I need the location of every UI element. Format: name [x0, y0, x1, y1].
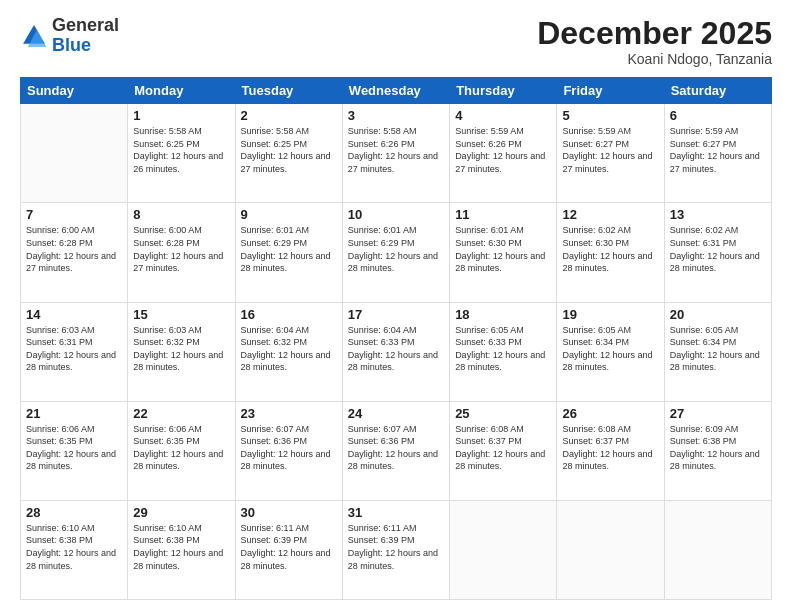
daylight-text: Daylight: 12 hours and 27 minutes.: [562, 151, 652, 174]
sunrise-text: Sunrise: 6:03 AM: [26, 325, 95, 335]
daylight-text: Daylight: 12 hours and 28 minutes.: [562, 350, 652, 373]
day-number: 5: [562, 108, 658, 123]
day-number: 2: [241, 108, 337, 123]
sunset-text: Sunset: 6:35 PM: [26, 436, 93, 446]
col-sunday: Sunday: [21, 78, 128, 104]
sunset-text: Sunset: 6:30 PM: [562, 238, 629, 248]
day-number: 4: [455, 108, 551, 123]
day-info: Sunrise: 6:05 AMSunset: 6:33 PMDaylight:…: [455, 324, 551, 374]
sunset-text: Sunset: 6:28 PM: [133, 238, 200, 248]
day-number: 8: [133, 207, 229, 222]
sunset-text: Sunset: 6:29 PM: [348, 238, 415, 248]
table-row: 1Sunrise: 5:58 AMSunset: 6:25 PMDaylight…: [128, 104, 235, 203]
daylight-text: Daylight: 12 hours and 28 minutes.: [670, 449, 760, 472]
day-info: Sunrise: 6:00 AMSunset: 6:28 PMDaylight:…: [26, 224, 122, 274]
sunrise-text: Sunrise: 6:04 AM: [241, 325, 310, 335]
col-thursday: Thursday: [450, 78, 557, 104]
header: General Blue December 2025 Koani Ndogo, …: [20, 16, 772, 67]
day-info: Sunrise: 6:07 AMSunset: 6:36 PMDaylight:…: [348, 423, 444, 473]
table-row: 6Sunrise: 5:59 AMSunset: 6:27 PMDaylight…: [664, 104, 771, 203]
sunrise-text: Sunrise: 6:11 AM: [241, 523, 310, 533]
sunrise-text: Sunrise: 6:02 AM: [562, 225, 631, 235]
table-row: 28Sunrise: 6:10 AMSunset: 6:38 PMDayligh…: [21, 500, 128, 599]
sunrise-text: Sunrise: 6:05 AM: [455, 325, 524, 335]
sunrise-text: Sunrise: 6:07 AM: [348, 424, 417, 434]
sunset-text: Sunset: 6:32 PM: [133, 337, 200, 347]
sunset-text: Sunset: 6:25 PM: [133, 139, 200, 149]
col-monday: Monday: [128, 78, 235, 104]
day-number: 22: [133, 406, 229, 421]
sunset-text: Sunset: 6:30 PM: [455, 238, 522, 248]
day-info: Sunrise: 6:03 AMSunset: 6:32 PMDaylight:…: [133, 324, 229, 374]
sunrise-text: Sunrise: 6:06 AM: [26, 424, 95, 434]
day-number: 3: [348, 108, 444, 123]
daylight-text: Daylight: 12 hours and 28 minutes.: [455, 251, 545, 274]
sunrise-text: Sunrise: 6:02 AM: [670, 225, 739, 235]
day-info: Sunrise: 6:06 AMSunset: 6:35 PMDaylight:…: [26, 423, 122, 473]
day-info: Sunrise: 6:10 AMSunset: 6:38 PMDaylight:…: [26, 522, 122, 572]
calendar-week-row: 28Sunrise: 6:10 AMSunset: 6:38 PMDayligh…: [21, 500, 772, 599]
day-number: 27: [670, 406, 766, 421]
day-info: Sunrise: 6:08 AMSunset: 6:37 PMDaylight:…: [455, 423, 551, 473]
day-number: 30: [241, 505, 337, 520]
sunset-text: Sunset: 6:35 PM: [133, 436, 200, 446]
sunrise-text: Sunrise: 6:01 AM: [455, 225, 524, 235]
table-row: [21, 104, 128, 203]
daylight-text: Daylight: 12 hours and 28 minutes.: [26, 350, 116, 373]
table-row: 30Sunrise: 6:11 AMSunset: 6:39 PMDayligh…: [235, 500, 342, 599]
day-info: Sunrise: 6:06 AMSunset: 6:35 PMDaylight:…: [133, 423, 229, 473]
daylight-text: Daylight: 12 hours and 27 minutes.: [133, 251, 223, 274]
daylight-text: Daylight: 12 hours and 28 minutes.: [455, 350, 545, 373]
logo: General Blue: [20, 16, 119, 56]
table-row: 4Sunrise: 5:59 AMSunset: 6:26 PMDaylight…: [450, 104, 557, 203]
day-info: Sunrise: 6:02 AMSunset: 6:30 PMDaylight:…: [562, 224, 658, 274]
month-title: December 2025: [537, 16, 772, 51]
location-subtitle: Koani Ndogo, Tanzania: [537, 51, 772, 67]
day-number: 16: [241, 307, 337, 322]
table-row: 25Sunrise: 6:08 AMSunset: 6:37 PMDayligh…: [450, 401, 557, 500]
day-number: 28: [26, 505, 122, 520]
table-row: 27Sunrise: 6:09 AMSunset: 6:38 PMDayligh…: [664, 401, 771, 500]
day-number: 13: [670, 207, 766, 222]
sunset-text: Sunset: 6:36 PM: [348, 436, 415, 446]
day-info: Sunrise: 6:10 AMSunset: 6:38 PMDaylight:…: [133, 522, 229, 572]
table-row: 9Sunrise: 6:01 AMSunset: 6:29 PMDaylight…: [235, 203, 342, 302]
sunrise-text: Sunrise: 6:06 AM: [133, 424, 202, 434]
sunset-text: Sunset: 6:29 PM: [241, 238, 308, 248]
day-number: 15: [133, 307, 229, 322]
sunrise-text: Sunrise: 6:09 AM: [670, 424, 739, 434]
sunset-text: Sunset: 6:36 PM: [241, 436, 308, 446]
table-row: 10Sunrise: 6:01 AMSunset: 6:29 PMDayligh…: [342, 203, 449, 302]
daylight-text: Daylight: 12 hours and 28 minutes.: [348, 350, 438, 373]
calendar-table: Sunday Monday Tuesday Wednesday Thursday…: [20, 77, 772, 600]
daylight-text: Daylight: 12 hours and 28 minutes.: [562, 449, 652, 472]
day-info: Sunrise: 6:02 AMSunset: 6:31 PMDaylight:…: [670, 224, 766, 274]
table-row: 24Sunrise: 6:07 AMSunset: 6:36 PMDayligh…: [342, 401, 449, 500]
day-number: 19: [562, 307, 658, 322]
day-number: 17: [348, 307, 444, 322]
table-row: 29Sunrise: 6:10 AMSunset: 6:38 PMDayligh…: [128, 500, 235, 599]
sunrise-text: Sunrise: 6:05 AM: [670, 325, 739, 335]
day-info: Sunrise: 5:58 AMSunset: 6:25 PMDaylight:…: [133, 125, 229, 175]
daylight-text: Daylight: 12 hours and 27 minutes.: [241, 151, 331, 174]
calendar-header-row: Sunday Monday Tuesday Wednesday Thursday…: [21, 78, 772, 104]
daylight-text: Daylight: 12 hours and 26 minutes.: [133, 151, 223, 174]
logo-icon: [20, 22, 48, 50]
sunset-text: Sunset: 6:31 PM: [26, 337, 93, 347]
sunrise-text: Sunrise: 5:58 AM: [348, 126, 417, 136]
calendar-week-row: 7Sunrise: 6:00 AMSunset: 6:28 PMDaylight…: [21, 203, 772, 302]
daylight-text: Daylight: 12 hours and 28 minutes.: [670, 350, 760, 373]
day-number: 7: [26, 207, 122, 222]
table-row: 5Sunrise: 5:59 AMSunset: 6:27 PMDaylight…: [557, 104, 664, 203]
col-tuesday: Tuesday: [235, 78, 342, 104]
day-number: 18: [455, 307, 551, 322]
daylight-text: Daylight: 12 hours and 28 minutes.: [348, 251, 438, 274]
daylight-text: Daylight: 12 hours and 28 minutes.: [241, 350, 331, 373]
table-row: 21Sunrise: 6:06 AMSunset: 6:35 PMDayligh…: [21, 401, 128, 500]
day-info: Sunrise: 6:04 AMSunset: 6:32 PMDaylight:…: [241, 324, 337, 374]
sunset-text: Sunset: 6:25 PM: [241, 139, 308, 149]
sunrise-text: Sunrise: 6:07 AM: [241, 424, 310, 434]
sunrise-text: Sunrise: 6:00 AM: [133, 225, 202, 235]
day-info: Sunrise: 6:05 AMSunset: 6:34 PMDaylight:…: [562, 324, 658, 374]
table-row: 19Sunrise: 6:05 AMSunset: 6:34 PMDayligh…: [557, 302, 664, 401]
